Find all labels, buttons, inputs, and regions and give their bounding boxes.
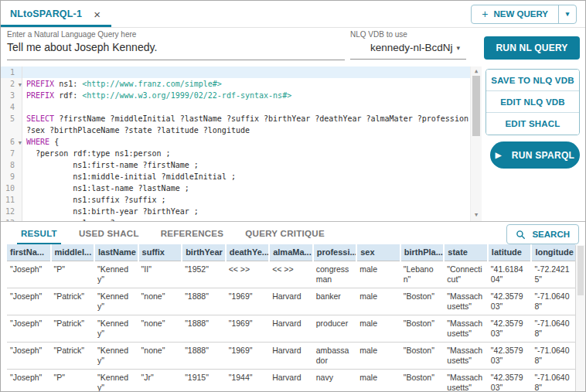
editor-line[interactable]: 12 ns1:birth-year ?birthYear ;	[1, 206, 470, 217]
editor-line[interactable]: 11 ns1:suffix ?suffix ;	[1, 194, 470, 206]
column-header-middlei[interactable]: middleI...	[51, 244, 95, 261]
code-text: ns1:suffix ?suffix ;	[22, 194, 470, 206]
chevron-down-icon: ▾	[566, 10, 570, 18]
line-number: 5	[1, 113, 22, 136]
column-header-almama[interactable]: almaMa...	[269, 244, 313, 261]
nl-query-input[interactable]: Tell me about Joseph Kennedy.	[7, 41, 345, 60]
code-text	[22, 101, 470, 113]
vdb-select[interactable]: kennedy-nl-BcdNj ▾	[350, 40, 466, 60]
table-cell: "1969"	[226, 288, 270, 315]
results-scrollbar[interactable]	[575, 245, 585, 392]
tab-result[interactable]: RESULT	[10, 222, 68, 244]
plus-icon: +	[482, 8, 488, 20]
tab-references[interactable]: REFERENCES	[150, 222, 235, 244]
table-cell: "42.357903"	[488, 342, 532, 369]
editor-line[interactable]: 3PREFIX rdf: <http://www.w3.org/1999/02/…	[1, 90, 470, 101]
table-cell: "-71.06408"	[531, 369, 575, 392]
column-header-state[interactable]: state	[444, 244, 488, 261]
editor-scrollbar-thumb[interactable]	[472, 76, 480, 136]
table-cell: "Kennedy"	[94, 369, 138, 392]
edit-nlq-vdb-button[interactable]: EDIT NLQ VDB	[486, 91, 579, 113]
run-nl-query-button[interactable]: RUN NL QUERY	[484, 36, 580, 60]
column-header-professi[interactable]: professi...	[313, 244, 357, 261]
vdb-label: NLQ VDB to use	[350, 30, 466, 39]
table-cell: "Kennedy"	[94, 342, 138, 369]
editor-line[interactable]: 2▼PREFIX ns1: <http://www.franz.com/simp…	[1, 78, 470, 90]
close-tab-icon[interactable]: ×	[94, 9, 101, 20]
table-row[interactable]: "Joseph""Patrick""Kennedy""none""1888""1…	[7, 288, 575, 315]
editor-line[interactable]: 10 ns1:last-name ?lastName ;	[1, 182, 470, 194]
code-text: PREFIX rdf: <http://www.w3.org/1999/02/2…	[22, 90, 470, 101]
scroll-down-icon[interactable]: ▼	[471, 210, 482, 220]
tab-used-shacl[interactable]: USED SHACL	[68, 222, 150, 244]
results-table: firstNa...middleI...lastNamesuffixbirthY…	[7, 244, 575, 392]
editor-section: 12▼PREFIX ns1: <http://www.franz.com/sim…	[1, 66, 585, 221]
table-cell: "1944"	[226, 369, 270, 392]
editor-line[interactable]: 1	[1, 66, 470, 78]
table-cell: "Boston"	[400, 288, 445, 315]
column-header-longitude[interactable]: longitude	[531, 244, 575, 261]
edit-shacl-button[interactable]: EDIT SHACL	[486, 113, 579, 135]
editor-line[interactable]: 9 ns1:middle-initial ?middleInitial ;	[1, 171, 470, 182]
table-cell: "-71.06408"	[531, 288, 575, 315]
run-sparql-button[interactable]: ▶ RUN SPARQL	[490, 141, 580, 169]
code-text: ns1:first-name ?firstName ;	[22, 159, 470, 171]
table-cell: congressman	[313, 261, 357, 288]
editor-line[interactable]: 6▼WHERE {	[1, 136, 470, 148]
vdb-action-group: SAVE TO NLQ VDB EDIT NLQ VDB EDIT SHACL	[485, 69, 580, 135]
scroll-up-icon[interactable]: ▲	[471, 66, 482, 76]
column-header-firstna[interactable]: firstNa...	[7, 244, 51, 261]
table-cell: "Patrick"	[51, 342, 95, 369]
table-cell: male	[356, 315, 400, 342]
run-sparql-label: RUN SPARQL	[512, 150, 574, 161]
table-cell: "Kennedy"	[94, 315, 138, 342]
table-cell: "Massachusetts"	[444, 288, 488, 315]
table-cell: "Joseph"	[7, 288, 51, 315]
editor-line[interactable]: 7 ?person rdf:type ns1:person ;	[1, 148, 470, 159]
column-header-birthpla[interactable]: birthPla...	[400, 244, 445, 261]
editor-scrollbar[interactable]: ▲ ▼	[470, 66, 482, 221]
table-cell: banker	[313, 288, 357, 315]
column-header-deathye[interactable]: deathYe...	[226, 244, 270, 261]
column-header-lastname[interactable]: lastName	[94, 244, 138, 261]
save-to-nlq-vdb-button[interactable]: SAVE TO NLQ VDB	[486, 70, 579, 91]
sparql-editor[interactable]: 12▼PREFIX ns1: <http://www.franz.com/sim…	[1, 66, 482, 221]
code-text: ns1:birth-year ?birthYear ;	[22, 206, 470, 217]
results-scrollbar-thumb[interactable]	[577, 246, 584, 295]
table-row[interactable]: "Joseph""Patrick""Kennedy""none""1888""1…	[7, 315, 575, 342]
line-number: 4	[1, 101, 22, 113]
new-query-dropdown-button[interactable]: ▾	[558, 5, 576, 23]
tab-query-critique[interactable]: QUERY CRITIQUE	[234, 222, 336, 244]
column-header-suffix[interactable]: suffix	[138, 244, 182, 261]
table-cell: "Patrick"	[51, 288, 95, 315]
line-number: 11	[1, 194, 22, 206]
table-cell: "42.357903"	[488, 369, 532, 392]
table-row[interactable]: "Joseph""P""Kennedy""II""1952"<< >><< >>…	[7, 261, 575, 288]
code-text: ?person rdf:type ns1:person ;	[22, 148, 470, 159]
editor-line[interactable]: 5SELECT ?firstName ?middleInitial ?lastN…	[1, 113, 470, 136]
action-panel: SAVE TO NLQ VDB EDIT NLQ VDB EDIT SHACL …	[482, 66, 585, 221]
line-number: 7	[1, 148, 22, 159]
table-cell: "Lebanon"	[400, 261, 445, 288]
editor-line[interactable]: 8 ns1:first-name ?firstName ;	[1, 159, 470, 171]
vdb-field: NLQ VDB to use kennedy-nl-BcdNj ▾	[350, 30, 466, 60]
column-header-birthyear[interactable]: birthYear	[182, 244, 226, 261]
search-button[interactable]: SEARCH	[506, 224, 579, 244]
column-header-latitude[interactable]: latitude	[488, 244, 532, 261]
table-cell: "-72.24215"	[531, 261, 575, 288]
editor-line[interactable]: 4	[1, 101, 470, 113]
table-cell: "Kennedy"	[94, 261, 138, 288]
table-cell: "Kennedy"	[94, 288, 138, 315]
column-header-sex[interactable]: sex	[356, 244, 400, 261]
new-query-button[interactable]: + NEW QUERY ▾	[471, 5, 577, 24]
table-cell: "Joseph"	[7, 261, 51, 288]
tab-nltosparql-1[interactable]: NLtoSPARQL-1 ×	[1, 1, 111, 27]
table-cell: "Massachusetts"	[444, 342, 488, 369]
code-text: PREFIX ns1: <http://www.franz.com/simple…	[22, 78, 470, 90]
table-cell: "P"	[51, 369, 95, 392]
new-query-main[interactable]: + NEW QUERY	[472, 5, 558, 23]
table-row[interactable]: "Joseph""Patrick""Kennedy""none""1888""1…	[7, 342, 575, 369]
code-text	[22, 66, 470, 78]
table-row[interactable]: "Joseph""P""Kennedy""Jr""1915""1944"Harv…	[7, 369, 575, 392]
table-cell: Harvard	[269, 315, 313, 342]
